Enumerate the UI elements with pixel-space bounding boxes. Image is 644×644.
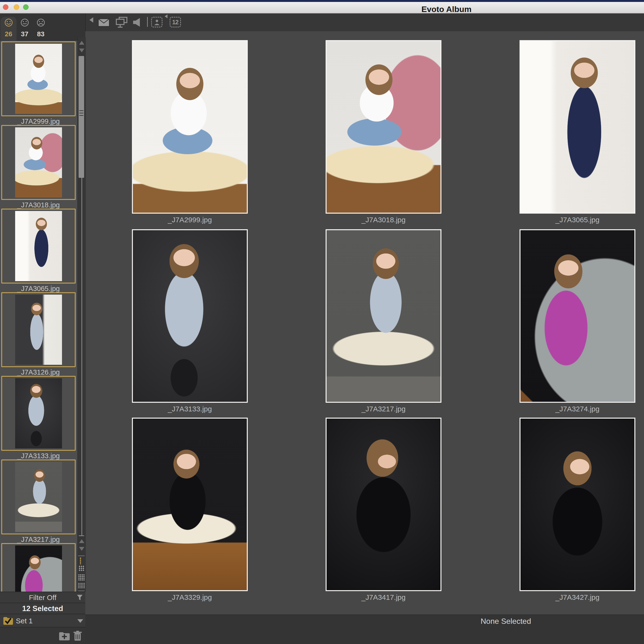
grid-photo[interactable] [520,418,635,591]
grid-crop-count: 12 [172,19,179,26]
person-glyph [154,19,160,25]
grid-photo[interactable] [326,40,441,214]
selection-count-label: 12 Selected [22,604,63,613]
thumb-size-1col-button[interactable] [80,557,81,564]
application-window: Evoto Album 26 37 83 [0,0,644,644]
window-title: Evoto Album [421,5,471,14]
sidebar-bottom-panel: Filter Off 12 Selected Set 1 [0,592,85,644]
scrollbar-grip [79,109,83,118]
rating-tabs-strip: 26 37 83 [0,13,85,41]
thumbnail-photo [15,378,62,448]
thumb-size-3col-button[interactable] [79,565,84,571]
tab-sad-faces[interactable]: 83 [33,17,49,41]
grid-photo[interactable] [132,40,248,214]
filter-row[interactable]: Filter Off [0,592,85,603]
neutral-face-icon [20,18,29,27]
filter-funnel-icon[interactable] [76,594,83,601]
main-toolbar: 12 [85,13,644,31]
sidebar-thumbnail-item[interactable] [1,209,76,284]
thumbnail-filename: _J7A2999.jpg [1,117,76,125]
thumb-size-5col-button[interactable] [78,583,85,588]
size-options-divider [78,556,85,556]
sidebar-thumbnail-item[interactable] [1,376,76,451]
scrollbar-track-line [81,178,82,535]
set-dropdown-icon[interactable] [77,619,83,623]
grid-crop-icon[interactable]: 12 [170,17,181,27]
neutral-count: 37 [17,30,33,38]
grid-photo[interactable] [326,418,441,591]
status-label: None Selected [481,617,531,626]
grid-photo[interactable] [520,229,635,403]
panel-footer [0,627,85,644]
selection-count-row: 12 Selected [0,603,85,614]
desktop-edge [0,0,644,2]
grid-photo[interactable] [326,229,441,403]
tab-neutral-faces[interactable]: 37 [17,17,33,41]
trash-icon[interactable] [73,631,82,641]
grid-photo-filename: _J7A3274.jpg [520,405,635,413]
zoom-button[interactable] [23,4,29,10]
grid-photo-filename: _J7A3065.jpg [520,216,635,224]
scroll-up-bottom-icon[interactable] [79,539,84,543]
grid-photo[interactable] [132,229,248,403]
scroll-down-bottom-icon[interactable] [79,547,84,551]
size-options-divider-bottom [78,591,85,591]
thumbnail-photo [15,211,62,281]
scrollbar-track-end [79,535,84,536]
thumbnail-filename: _J7A3065.jpg [1,285,76,293]
grid-photo[interactable] [132,418,248,591]
scroll-down-icon[interactable] [79,49,84,52]
thumbnail-photo [15,462,62,532]
sidebar-thumbnail-item[interactable] [1,125,76,200]
thumbnail-photo [15,295,62,365]
grid-photo-filename: _J7A3329.jpg [132,593,248,602]
dual-screens-icon[interactable] [116,17,127,28]
toolbar-divider [147,17,148,27]
minimize-button[interactable] [14,4,19,10]
grid-photo-filename: _J7A3217.jpg [326,405,441,413]
filter-label: Filter Off [29,594,56,601]
collapse-sidebar-icon[interactable] [89,17,93,23]
close-button[interactable] [3,4,8,10]
thumbnail-filename: _J7A3126.jpg [1,368,76,376]
set-checkbox-icon[interactable] [3,617,13,625]
status-bar: None Selected [85,614,644,644]
speaker-icon[interactable] [133,18,141,27]
thumbnail-filename: _J7A3133.jpg [1,452,76,460]
email-icon[interactable] [98,18,110,27]
set-label: Set 1 [16,614,33,627]
thumbnail-photo [15,127,62,198]
sidebar-thumbnail-item[interactable] [1,292,76,367]
face-crop-icon[interactable] [151,17,162,27]
thumbnail-filename: _J7A3018.jpg [1,201,76,209]
sidebar-thumbnail-item[interactable] [1,459,76,534]
happy-face-icon [4,18,13,27]
grid-photo-filename: _J7A3018.jpg [326,216,441,224]
grid-photo-filename: _J7A3427.jpg [520,593,635,602]
grid-photo-filename: _J7A3133.jpg [132,405,248,413]
add-folder-icon[interactable] [59,631,70,641]
window-titlebar: Evoto Album [0,2,644,13]
tab-happy-faces[interactable]: 26 [0,17,17,41]
happy-count: 26 [0,30,17,38]
thumbnail-filename: _J7A3217.jpg [1,535,76,544]
sad-count: 83 [33,30,49,38]
sidebar-thumbnail-item[interactable] [1,41,76,116]
grid-photo-filename: _J7A3417.jpg [326,593,441,602]
grid-photo[interactable] [520,40,635,214]
thumb-size-4col-button[interactable] [78,574,85,581]
scroll-up-icon[interactable] [79,41,84,45]
set-row[interactable]: Set 1 [0,614,85,627]
collapse-mini-icon[interactable] [165,14,167,18]
thumbnail-photo [15,44,62,114]
sad-face-icon [37,18,45,27]
grid-photo-filename: _J7A2999.jpg [132,216,248,224]
